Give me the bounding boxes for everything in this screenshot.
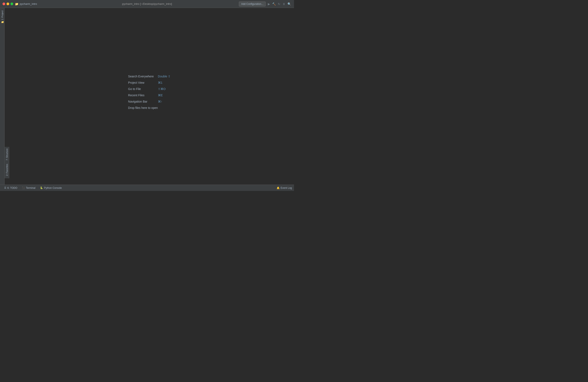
search-icon[interactable]: 🔍 — [287, 2, 292, 6]
status-bar-right[interactable]: 🔔 Event Log — [277, 187, 292, 190]
structure-tab-label: 7: Structure — [6, 149, 8, 160]
welcome-item-search: Search Everywhere Double ⇧ — [128, 75, 170, 78]
terminal-label: Terminal — [26, 187, 35, 190]
refresh-icon[interactable]: ↻ — [277, 2, 281, 6]
left-bottom-tabs-area: 7: Structure 2: Favorites — [5, 147, 9, 178]
status-tab-python-console[interactable]: 🐍 Python Console — [38, 185, 64, 191]
todo-icon: ☰ — [4, 187, 6, 189]
project-tab-label: 1: Project — [1, 10, 3, 20]
build-icon[interactable]: 🔨 — [272, 2, 276, 6]
drop-files-label: Drop files here to open — [128, 106, 158, 109]
python-console-label: Python Console — [44, 187, 62, 190]
run-icon[interactable]: ▶ — [267, 2, 271, 6]
status-bar: ☰ 6: TODO ⬛ Terminal 🐍 Python Console 🔔 … — [0, 185, 294, 191]
project-title: 📁 pycharm_intro — [15, 2, 37, 6]
welcome-content: Search Everywhere Double ⇧ Project View … — [128, 75, 170, 109]
title-bar: 📁 pycharm_intro pycharm_intro [~/Desktop… — [0, 0, 294, 8]
event-log-label: Event Log — [281, 187, 292, 190]
status-tab-terminal[interactable]: ⬛ Terminal — [20, 185, 38, 191]
project-name-label: pycharm_intro — [20, 2, 37, 5]
project-tab-icon: 📁 — [1, 21, 3, 24]
content-area: Search Everywhere Double ⇧ Project View … — [5, 8, 294, 185]
close-button[interactable] — [2, 2, 5, 5]
recent-files-label: Recent Files — [128, 94, 155, 97]
main-layout: 📁 1: Project Search Everywhere Double ⇧ … — [0, 8, 294, 185]
window-title: pycharm_intro [~/Desktop/pycharm_intro] — [122, 2, 172, 5]
navigation-bar-label: Navigation Bar — [128, 100, 155, 103]
search-everywhere-shortcut: Double ⇧ — [158, 75, 170, 78]
sidebar-tab-favorites[interactable]: 2: Favorites — [5, 162, 9, 177]
add-configuration-button[interactable]: Add Configuration... — [239, 1, 266, 6]
favorites-tab-label: 2: Favorites — [6, 164, 8, 176]
welcome-item-project-view: Project View ⌘1 — [128, 81, 170, 84]
pause-icon[interactable]: ⏸ — [282, 2, 286, 6]
project-view-label: Project View — [128, 81, 155, 84]
navigation-bar-shortcut: ⌘↑ — [158, 100, 162, 103]
welcome-item-drop-files: Drop files here to open — [128, 106, 170, 109]
project-view-shortcut: ⌘1 — [158, 81, 163, 84]
goto-file-shortcut: ⇧⌘O — [158, 87, 166, 91]
event-log-icon: 🔔 — [277, 187, 280, 190]
python-console-icon: 🐍 — [40, 187, 43, 189]
status-bar-left: ☰ 6: TODO ⬛ Terminal 🐍 Python Console — [2, 185, 64, 191]
search-everywhere-label: Search Everywhere — [128, 75, 155, 78]
folder-icon: 📁 — [15, 2, 19, 6]
welcome-item-goto-file: Go to File ⇧⌘O — [128, 87, 170, 91]
status-tab-todo[interactable]: ☰ 6: TODO — [2, 185, 20, 191]
welcome-item-recent-files: Recent Files ⌘E — [128, 94, 170, 97]
sidebar-tab-structure[interactable]: 7: Structure — [5, 147, 9, 162]
left-sidebar: 📁 1: Project — [0, 8, 5, 185]
todo-label: 6: TODO — [7, 187, 17, 190]
title-bar-left: 📁 pycharm_intro — [2, 2, 37, 6]
terminal-icon: ⬛ — [22, 187, 25, 189]
goto-file-label: Go to File — [128, 87, 155, 91]
toolbar-icons: ▶ 🔨 ↻ ⏸ 🔍 — [267, 2, 292, 6]
sidebar-tab-project[interactable]: 📁 1: Project — [0, 9, 4, 25]
traffic-lights — [2, 2, 13, 5]
title-bar-right: Add Configuration... ▶ 🔨 ↻ ⏸ 🔍 — [239, 1, 292, 6]
maximize-button[interactable] — [10, 2, 13, 5]
recent-files-shortcut: ⌘E — [158, 94, 163, 97]
welcome-item-navigation-bar: Navigation Bar ⌘↑ — [128, 100, 170, 103]
minimize-button[interactable] — [6, 2, 9, 5]
